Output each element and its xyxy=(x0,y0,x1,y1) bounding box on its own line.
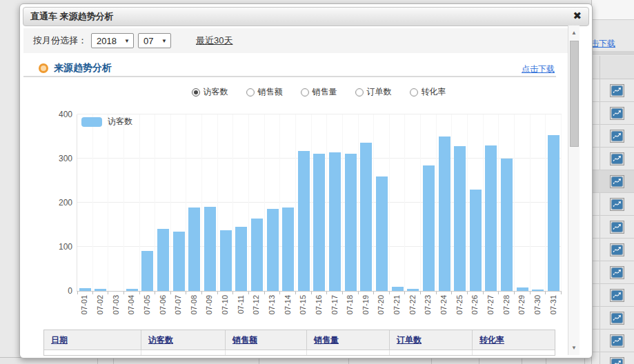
bar-07-04[interactable] xyxy=(126,289,138,291)
x-tick-label: 07-31 xyxy=(549,295,557,314)
column-sort-link[interactable]: 销售量 xyxy=(314,334,339,346)
recent-30-days-link[interactable]: 最近30天 xyxy=(196,34,232,47)
bar-07-16[interactable] xyxy=(313,154,325,291)
table-header-cell: 转化率 xyxy=(473,330,555,350)
metric-radio-sales-volume[interactable]: 销售量 xyxy=(301,86,337,98)
bar-07-10[interactable] xyxy=(220,230,232,291)
bar-07-17[interactable] xyxy=(329,152,341,291)
metric-radio-orders[interactable]: 订单数 xyxy=(355,86,392,98)
table-row xyxy=(592,239,634,261)
bar-slot: 07-07 xyxy=(171,114,187,291)
scroll-down-icon[interactable]: ▼ xyxy=(568,345,579,351)
table-row xyxy=(592,284,634,307)
trend-chart-icon[interactable] xyxy=(610,107,624,120)
trend-chart-icon[interactable] xyxy=(610,289,624,302)
column-sort-link[interactable]: 日期 xyxy=(51,334,68,346)
bar-slot: 07-01 xyxy=(77,114,93,291)
download-link[interactable]: 点击下载 xyxy=(522,63,555,75)
bar-07-24[interactable] xyxy=(439,136,450,291)
bar-07-25[interactable] xyxy=(454,146,466,291)
table-row xyxy=(592,261,634,284)
bar-07-18[interactable] xyxy=(345,154,357,291)
metric-radio-visitors[interactable]: 访客数 xyxy=(192,86,228,98)
dialog-title: 直通车 来源趋势分析 xyxy=(23,10,114,23)
close-icon[interactable]: ✖ xyxy=(573,10,582,22)
column-sort-link[interactable]: 访客数 xyxy=(148,334,173,346)
radio-icon[interactable] xyxy=(355,88,364,97)
scroll-up-icon[interactable]: ▲ xyxy=(568,30,579,36)
trend-chart-icon[interactable] xyxy=(610,198,624,211)
trend-chart-icon[interactable] xyxy=(610,243,624,256)
chart-legend: 访客数 xyxy=(81,116,132,128)
metric-radio-sales-amount[interactable]: 销售额 xyxy=(246,86,283,98)
bar-07-01[interactable] xyxy=(79,288,91,291)
bar-07-30[interactable] xyxy=(532,290,544,291)
trend-chart-icon[interactable] xyxy=(610,130,624,143)
bar-07-11[interactable] xyxy=(235,227,247,291)
bar-07-09[interactable] xyxy=(204,207,216,291)
bar-07-07[interactable] xyxy=(173,232,185,291)
table-row xyxy=(592,307,634,330)
radio-icon[interactable] xyxy=(410,88,418,97)
bar-slot: 07-05 xyxy=(140,114,156,291)
bar-slot: 07-02 xyxy=(93,114,109,291)
trend-chart-icon[interactable] xyxy=(610,357,624,364)
x-tick-label: 07-08 xyxy=(190,295,198,314)
dialog-titlebar[interactable]: 直通车 来源趋势分析 ✖ xyxy=(23,7,589,26)
bar-07-22[interactable] xyxy=(407,289,419,291)
bar-slot: 07-06 xyxy=(155,114,171,291)
bar-07-12[interactable] xyxy=(251,219,263,291)
x-tick-label: 07-19 xyxy=(361,295,370,314)
bar-07-31[interactable] xyxy=(548,135,559,291)
y-tick-label: 0 xyxy=(68,286,72,296)
section-title: 来源趋势分析 xyxy=(54,62,112,74)
bar-slot: 07-04 xyxy=(124,114,140,291)
year-select[interactable]: 2018 ▼ xyxy=(91,33,134,48)
bar-slot: 07-11 xyxy=(233,114,249,291)
trend-chart-icon[interactable] xyxy=(610,312,624,325)
bar-07-20[interactable] xyxy=(376,176,388,291)
month-select[interactable]: 07 ▼ xyxy=(138,33,171,48)
table-row xyxy=(592,330,634,352)
background-table: 点击下载 xyxy=(591,0,634,364)
trend-chart-icon[interactable] xyxy=(610,221,624,234)
metric-radio-group: 访客数销售额销售量订单数转化率 xyxy=(77,86,561,98)
column-sort-link[interactable]: 订单数 xyxy=(397,334,422,346)
trend-chart-icon[interactable] xyxy=(610,84,624,97)
radio-icon[interactable] xyxy=(301,88,309,97)
radio-icon[interactable] xyxy=(246,88,255,97)
bar-07-21[interactable] xyxy=(392,287,404,291)
bar-07-28[interactable] xyxy=(501,159,513,291)
trend-chart-icon[interactable] xyxy=(610,175,624,188)
trend-chart-icon[interactable] xyxy=(610,266,624,279)
bar-07-23[interactable] xyxy=(423,165,435,291)
x-tick-label: 07-28 xyxy=(502,295,511,314)
column-sort-link[interactable]: 转化率 xyxy=(479,334,504,346)
x-tick-label: 07-04 xyxy=(127,295,135,314)
bar-07-13[interactable] xyxy=(267,209,279,291)
x-tick-label: 07-06 xyxy=(159,295,167,314)
chart-bars: 07-0107-0207-0307-0407-0507-0607-0707-08… xyxy=(77,114,562,291)
table-header-cell: 订单数 xyxy=(390,330,473,350)
trend-chart-icon[interactable] xyxy=(610,152,624,165)
bar-07-02[interactable] xyxy=(95,289,106,291)
scrollbar-thumb[interactable] xyxy=(570,41,579,147)
bar-07-06[interactable] xyxy=(157,229,169,291)
x-tick-label: 07-09 xyxy=(205,295,213,314)
metric-radio-conversion-rate[interactable]: 转化率 xyxy=(410,86,446,98)
radio-icon[interactable] xyxy=(192,88,200,97)
bar-07-05[interactable] xyxy=(141,251,153,291)
bar-07-19[interactable] xyxy=(360,143,372,291)
bar-slot: 07-28 xyxy=(499,114,515,291)
bar-07-08[interactable] xyxy=(188,208,200,291)
column-sort-link[interactable]: 销售额 xyxy=(232,334,257,346)
bar-07-15[interactable] xyxy=(298,151,310,291)
trend-chart-icon[interactable] xyxy=(610,334,624,347)
bar-07-29[interactable] xyxy=(517,287,528,291)
dialog-scrollbar[interactable]: ▲ ▼ xyxy=(568,26,579,355)
y-tick-label: 200 xyxy=(59,198,72,208)
bar-07-14[interactable] xyxy=(282,208,294,291)
table-row xyxy=(592,352,634,364)
bar-07-27[interactable] xyxy=(485,145,497,291)
bar-07-26[interactable] xyxy=(470,190,482,291)
